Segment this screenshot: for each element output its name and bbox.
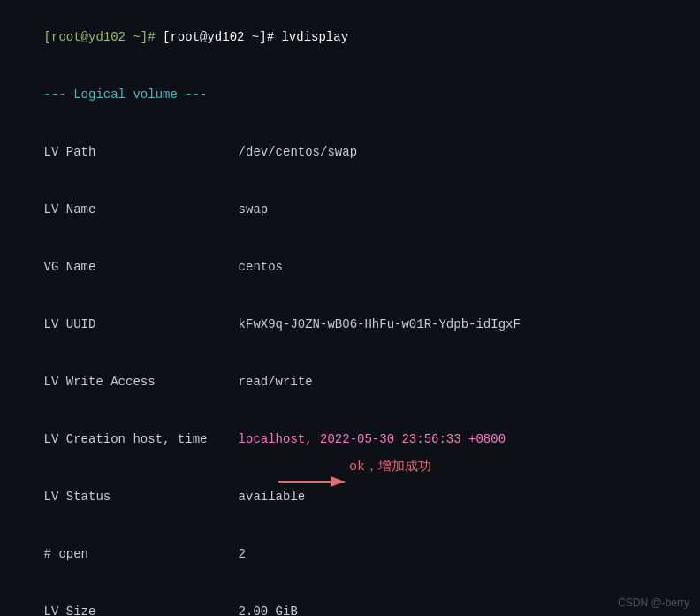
s1-lv-path: LV Path/dev/centos/swap xyxy=(14,124,686,181)
s1-lv-write: LV Write Accessread/write xyxy=(14,354,686,411)
csdn-watermark: CSDN @-berry xyxy=(618,597,689,609)
section1-header: --- Logical volume --- xyxy=(14,66,686,124)
prompt-line: [root@yd102 ~]# [root@yd102 ~]# lvdispla… xyxy=(14,9,686,66)
terminal: [root@yd102 ~]# [root@yd102 ~]# lvdispla… xyxy=(0,0,700,616)
prompt-command: [root@yd102 ~]# lvdisplay xyxy=(163,30,348,44)
s1-lv-creation: LV Creation host, time localhost, 2022-0… xyxy=(14,411,686,468)
s1-lv-status: LV Statusavailable xyxy=(14,469,686,527)
s1-open: # open2 xyxy=(14,527,686,584)
s1-lv-size: LV Size2.00 GiB xyxy=(14,584,686,616)
s1-lv-uuid: LV UUIDkFwX9q-J0ZN-wB06-HhFu-w01R-Ydpb-i… xyxy=(14,296,686,354)
s1-vg-name: VG Namecentos xyxy=(14,239,686,296)
prompt-user: [root@yd102 ~]# xyxy=(44,30,163,44)
s1-lv-name: LV Nameswap xyxy=(14,181,686,239)
